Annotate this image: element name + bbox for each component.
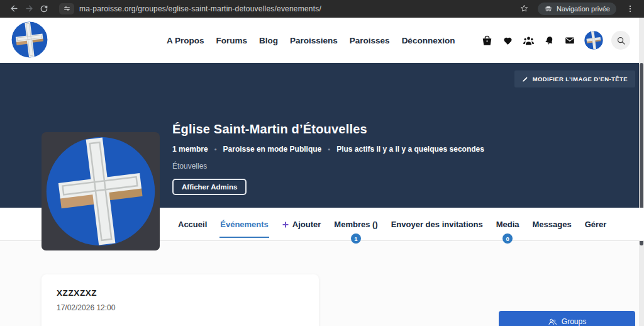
header-icon-bar xyxy=(480,18,630,63)
three-dots-icon xyxy=(626,4,635,13)
nav-paroisses[interactable]: Paroisses xyxy=(350,36,390,45)
group-avatar[interactable] xyxy=(42,132,160,250)
groups-button-label: Groups xyxy=(562,317,586,326)
groups-button-header[interactable] xyxy=(522,34,535,47)
forward-arrow-icon xyxy=(25,4,34,13)
group-privacy: Paroisse en mode Publique xyxy=(208,145,322,154)
membres-count-badge: 1 xyxy=(351,233,361,244)
messages-button-header[interactable] xyxy=(564,34,576,47)
nav-blog[interactable]: Blog xyxy=(259,36,278,45)
group-title: Église Saint-Martin d’Étouvelles xyxy=(172,122,484,137)
nav-forums[interactable]: Forums xyxy=(216,36,248,45)
nav-a-propos[interactable]: A Propos xyxy=(167,36,204,45)
shopping-bag-icon xyxy=(481,35,493,47)
site-logo[interactable] xyxy=(11,21,48,58)
tab-membres[interactable]: Membres () 1 xyxy=(334,208,377,241)
search-button[interactable] xyxy=(611,31,630,50)
address-bar[interactable]: ma-paroisse.org/groupes/eglise-saint-mar… xyxy=(79,4,321,13)
main-navigation: A Propos Forums Blog Paroissiens Paroiss… xyxy=(167,18,455,63)
tab-evenements[interactable]: Événements xyxy=(220,208,269,241)
nav-deconnexion[interactable]: Déconnexion xyxy=(402,36,455,45)
favorites-button[interactable] xyxy=(501,34,514,47)
cross-logo-icon xyxy=(45,136,156,247)
incognito-badge: Navigation privée xyxy=(538,3,616,15)
incognito-label: Navigation privée xyxy=(557,5,610,13)
media-count-badge: 0 xyxy=(502,233,513,244)
pencil-icon xyxy=(522,76,528,82)
show-admins-button[interactable]: Afficher Admins xyxy=(172,179,247,195)
mail-icon xyxy=(564,35,575,46)
incognito-icon xyxy=(544,4,553,13)
back-arrow-icon xyxy=(9,4,19,13)
star-icon xyxy=(519,4,529,13)
cross-logo-icon xyxy=(11,21,48,58)
groups-icon xyxy=(548,317,557,326)
site-info-button[interactable] xyxy=(59,3,74,14)
group-last-active: Plus actifs il y a il y a quelques secon… xyxy=(321,145,484,154)
browser-back-button[interactable] xyxy=(6,1,21,16)
page-scrollbar[interactable] xyxy=(639,18,644,326)
browser-toolbar: ma-paroisse.org/groupes/eglise-saint-mar… xyxy=(0,0,644,18)
cross-logo-icon xyxy=(584,31,603,50)
group-header-banner: MODIFIER L’IMAGE D’EN-TÊTE Église Saint-… xyxy=(0,63,644,208)
reload-icon xyxy=(40,4,48,13)
search-icon xyxy=(616,36,626,45)
groups-floating-button[interactable]: Groups xyxy=(499,311,635,326)
tab-ajouter[interactable]: Ajouter xyxy=(282,208,321,241)
user-avatar[interactable] xyxy=(584,31,603,50)
edit-header-image-label: MODIFIER L’IMAGE D’EN-TÊTE xyxy=(533,76,628,82)
event-title: XZZXZXZ xyxy=(57,288,304,298)
tab-accueil[interactable]: Accueil xyxy=(178,208,207,241)
site-settings-icon xyxy=(63,4,71,13)
group-location: Étouvelles xyxy=(172,162,484,171)
event-datetime: 17/02/2026 12:00 xyxy=(57,303,304,312)
group-meta: 1 membre Paroisse en mode Publique Plus … xyxy=(172,145,484,154)
site-header: A Propos Forums Blog Paroissiens Paroiss… xyxy=(0,18,644,63)
bookmark-star-button[interactable] xyxy=(516,1,531,16)
browser-forward-button[interactable] xyxy=(21,1,36,16)
users-icon xyxy=(523,35,535,47)
events-content-area: XZZXZXZ 17/02/2026 12:00 Groups xyxy=(0,241,644,326)
edit-header-image-button[interactable]: MODIFIER L’IMAGE D’EN-TÊTE xyxy=(514,70,635,87)
tab-envoyer-invitations[interactable]: Envoyer des invitations xyxy=(391,208,483,241)
group-member-count: 1 membre xyxy=(172,145,208,154)
event-card[interactable]: XZZXZXZ 17/02/2026 12:00 xyxy=(42,274,319,326)
bell-icon xyxy=(544,35,555,46)
plus-icon xyxy=(282,221,289,228)
cart-button[interactable] xyxy=(480,34,493,47)
tab-gerer[interactable]: Gérer xyxy=(585,208,607,241)
tab-messages[interactable]: Messages xyxy=(532,208,571,241)
nav-paroissiens[interactable]: Paroissiens xyxy=(290,36,338,45)
tab-media[interactable]: Media 0 xyxy=(496,208,519,241)
browser-menu-button[interactable] xyxy=(623,1,638,16)
notifications-button[interactable] xyxy=(543,34,555,47)
heart-icon xyxy=(502,35,513,46)
browser-reload-button[interactable] xyxy=(36,1,52,16)
